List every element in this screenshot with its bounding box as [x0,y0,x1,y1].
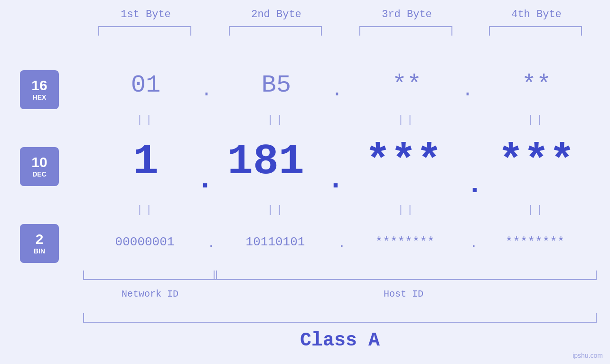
eq2-byte2: || [229,204,324,216]
dec-dot2: . [324,164,347,196]
network-id-bracket [83,271,217,280]
bin-byte2: 10110101 [214,235,337,249]
bin-byte1: 00000001 [83,235,206,249]
eq2-byte1: || [98,204,193,216]
page-wrapper: 1st Byte 2nd Byte 3rd Byte 4th Byte 16 H… [0,0,610,364]
eq2-byte3: || [359,204,454,216]
host-id-bracket [214,271,597,280]
eq1-byte1: || [98,114,193,126]
byte4-header: 4th Byte [489,9,584,20]
dec-byte3: *** [347,138,460,186]
hex-byte1: 01 [98,71,193,99]
hex-dot3: . [456,80,479,101]
class-label: Class A [83,330,597,351]
watermark: ipshu.com [572,352,603,359]
dec-badge-label: DEC [32,170,47,178]
hex-dot1: . [195,80,218,101]
host-id-label: Host ID [332,289,475,299]
dec-byte1: 1 [98,138,193,186]
bin-badge-label: BIN [34,247,45,255]
top-bracket-3 [359,26,452,36]
bin-badge: 2 BIN [20,224,59,263]
eq1-byte3: || [359,114,454,126]
dec-byte2: 181 [214,138,318,186]
byte1-header: 1st Byte [98,9,193,20]
hex-badge-number: 16 [31,78,47,93]
hex-badge-label: HEX [33,93,47,101]
dec-badge: 10 DEC [20,147,59,186]
hex-byte2: B5 [229,71,324,99]
eq1-byte2: || [229,114,324,126]
bin-byte4: ******** [473,235,597,249]
dec-byte4: *** [479,138,593,186]
class-bracket [83,313,597,323]
hex-byte4: ** [489,71,584,99]
top-bracket-1 [98,26,191,36]
byte3-header: 3rd Byte [359,9,454,20]
hex-dot2: . [325,80,349,101]
eq2-byte4: || [489,204,584,216]
hex-badge: 16 HEX [20,70,59,109]
bin-byte3: ******** [343,235,467,249]
dec-badge-number: 10 [31,155,47,169]
byte2-header: 2nd Byte [229,9,324,20]
eq1-byte4: || [489,114,584,126]
top-bracket-4 [489,26,582,36]
top-bracket-2 [229,26,322,36]
network-id-label: Network ID [83,289,217,299]
bin-badge-number: 2 [36,232,44,246]
hex-byte3: ** [359,71,454,99]
